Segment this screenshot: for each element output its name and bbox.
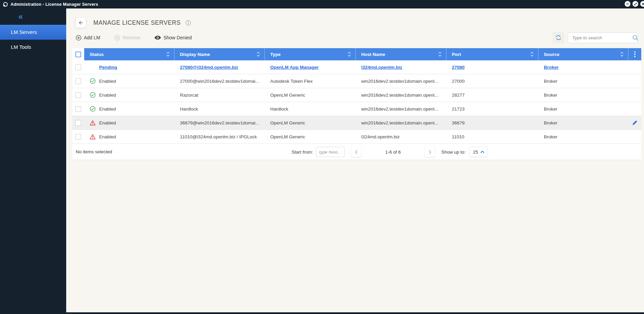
sort-icon[interactable] [348, 52, 351, 57]
host-name-text: win2016dev2.testdev1domain.openl... [361, 93, 438, 98]
column-menu-button[interactable] [628, 48, 641, 60]
sidebar-item-lm-tools[interactable]: LM Tools [0, 40, 66, 55]
show-denied-button[interactable]: Show Denied [154, 35, 191, 40]
row-checkbox[interactable] [75, 120, 81, 126]
display-name-cell: 36679@win2016dev2.testdev1domai... [174, 116, 265, 130]
column-header-status[interactable]: Status [84, 48, 174, 60]
host-name-cell: l324md.openlm.biz [356, 60, 446, 74]
main-content: MANAGE LICENSE SERVERS Add LM Remove [66, 8, 644, 314]
column-header-type[interactable]: Type [265, 48, 356, 60]
row-actions-cell [628, 60, 641, 74]
status-text: Enabled [99, 93, 116, 98]
window-titlebar: Administration - License Manager Servers [0, 0, 644, 8]
table-row[interactable]: Enabled 36679@win2016dev2.testdev1domai.… [72, 116, 641, 130]
sort-icon[interactable] [166, 52, 170, 57]
column-header-label: Port [452, 52, 461, 57]
row-checkbox-cell [72, 130, 84, 143]
source-cell: Broker [538, 130, 628, 143]
host-name-cell: l324md.openlm.biz [356, 130, 446, 143]
refresh-button[interactable] [553, 32, 564, 43]
enabled-check-icon [90, 106, 96, 112]
column-header-label: Status [90, 52, 104, 57]
port-cell: 21723 [446, 102, 538, 116]
page-size-dropdown[interactable]: 25 [470, 147, 488, 157]
enabled-check-icon [90, 78, 96, 84]
table-row[interactable]: Pending 27080@l324md.openlm.biz OpenLM A… [72, 60, 641, 74]
sort-icon[interactable] [257, 52, 260, 57]
edit-pencil-icon[interactable] [632, 120, 638, 125]
search-icon[interactable] [632, 35, 639, 41]
status-text: Enabled [99, 106, 116, 112]
sort-icon[interactable] [438, 52, 442, 57]
row-actions-cell [628, 116, 641, 130]
host-name-text[interactable]: l324md.openlm.biz [361, 65, 402, 70]
source-text[interactable]: Broker [544, 65, 559, 70]
page-title: MANAGE LICENSE SERVERS [93, 19, 181, 26]
table-body: Pending 27080@l324md.openlm.biz OpenLM A… [72, 60, 641, 144]
port-text[interactable]: 27080 [452, 65, 465, 70]
host-name-text: win2016dev2.testdev1domain.openl... [361, 120, 438, 125]
add-icon [76, 35, 81, 41]
row-checkbox[interactable] [75, 92, 81, 98]
column-header-display-name[interactable]: Display Name [174, 48, 265, 60]
row-checkbox[interactable] [75, 134, 81, 140]
table-row[interactable]: Enabled 27000@win2016dev2.testdev1domai.… [72, 74, 641, 88]
column-header-source[interactable]: Source [538, 48, 628, 60]
license-servers-table: StatusDisplay NameTypeHost NamePortSourc… [72, 48, 641, 160]
select-all-checkbox[interactable] [75, 52, 81, 57]
host-name-text: win2016dev2.testdev1domain.openl... [361, 79, 438, 84]
start-from-label: Start from: [292, 150, 313, 155]
table-row[interactable]: Enabled Razorcat OpenLM Generic win2016d… [72, 88, 641, 102]
status-text: Enabled [99, 79, 116, 84]
sidebar-item-lm-servers[interactable]: LM Servers [0, 25, 66, 40]
type-cell: OpenLM Generic [265, 130, 356, 143]
row-actions-cell [628, 102, 641, 116]
row-checkbox-cell [72, 88, 84, 102]
type-cell: Hardlock [265, 102, 356, 116]
column-header-host-name[interactable]: Host Name [356, 48, 446, 60]
search-input[interactable] [572, 35, 632, 40]
source-cell: Broker [538, 102, 628, 116]
page-size-value: 25 [473, 150, 478, 155]
row-actions-cell [628, 74, 641, 88]
remove-button[interactable]: Remove [114, 35, 140, 41]
row-checkbox[interactable] [75, 64, 81, 70]
display-name-text: 11010@l324md.openlm.biz / IPGLock [180, 134, 257, 139]
display-name-text[interactable]: 27080@l324md.openlm.biz [180, 65, 238, 70]
table-row[interactable]: Enabled 11010@l324md.openlm.biz / IPGLoc… [72, 130, 641, 144]
sidebar-collapse-icon[interactable]: « [0, 8, 66, 25]
row-checkbox-cell [72, 74, 84, 88]
next-page-button[interactable] [425, 147, 435, 157]
status-text[interactable]: Pending [99, 65, 117, 70]
source-cell: Broker [538, 116, 628, 130]
add-lm-button[interactable]: Add LM [76, 35, 100, 41]
display-name-text: Razorcat [180, 93, 198, 98]
sidebar-item-label: LM Servers [11, 29, 37, 35]
back-button[interactable] [76, 18, 86, 28]
source-cell: Broker [538, 74, 628, 88]
source-cell: Broker [538, 60, 628, 74]
info-icon[interactable] [185, 20, 191, 26]
type-text: OpenLM Generic [270, 134, 305, 139]
type-text[interactable]: OpenLM App Manager [270, 65, 319, 70]
remove-label: Remove [123, 35, 140, 40]
status-cell: Pending [84, 60, 174, 74]
bottom-bar [0, 312, 644, 314]
row-checkbox[interactable] [75, 78, 81, 84]
close-button[interactable] [640, 1, 644, 7]
show-up-to-label: Show up to: [441, 150, 465, 155]
row-checkbox[interactable] [75, 106, 81, 112]
sort-icon[interactable] [620, 52, 624, 57]
host-name-cell: win2016dev2.testdev1domain.openl... [356, 88, 446, 102]
previous-page-button[interactable] [351, 147, 361, 157]
port-text: 21723 [452, 106, 465, 112]
column-header-port[interactable]: Port [446, 48, 538, 60]
maximize-button[interactable] [632, 1, 638, 7]
table-row[interactable]: Enabled Hardlock Hardlock win2016dev2.te… [72, 102, 641, 116]
host-name-cell: win2016dev2.testdev1domain.openl... [356, 102, 446, 116]
toolbar: Add LM Remove Show Denied [76, 32, 638, 43]
add-lm-label: Add LM [84, 35, 100, 40]
start-from-input[interactable] [316, 147, 345, 157]
sort-icon[interactable] [530, 52, 534, 57]
minimize-button[interactable] [625, 1, 630, 7]
